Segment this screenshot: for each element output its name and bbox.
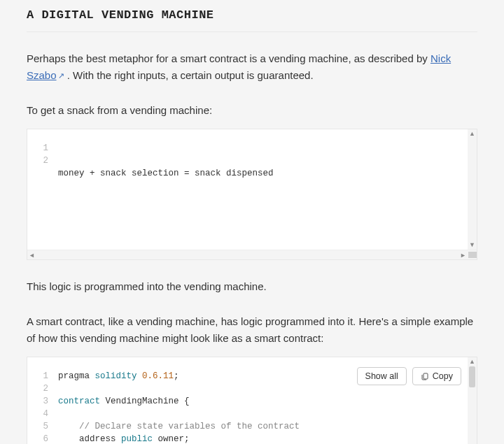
copy-button[interactable]: Copy: [412, 367, 461, 385]
scroll-right-icon[interactable]: ►: [458, 250, 468, 259]
section-heading: A DIGITAL VENDING MACHINE: [27, 6, 477, 32]
intro-text-2: . With the right inputs, a certain outpu…: [64, 69, 314, 81]
scroll-thumb[interactable]: [468, 252, 477, 258]
line-gutter: 1 2 3 4 5 6 7 8: [27, 370, 58, 444]
paragraph-2: To get a snack from a vending machine:: [27, 102, 477, 119]
scroll-down-icon[interactable]: ▼: [468, 241, 477, 250]
intro-paragraph: Perhaps the best metaphor for a smart co…: [27, 50, 477, 84]
line-gutter: 1 2: [27, 142, 58, 243]
scroll-thumb[interactable]: [469, 366, 475, 387]
code-toolbar: Show all Copy: [357, 367, 461, 385]
horizontal-scrollbar[interactable]: ◄ ►: [27, 250, 477, 259]
intro-text-1: Perhaps the best metaphor for a smart co…: [27, 52, 430, 64]
external-link-icon: ↗: [58, 70, 64, 83]
paragraph-3: This logic is programmed into the vendin…: [27, 278, 477, 295]
clipboard-icon: [421, 372, 429, 380]
code-block-2: Show all Copy 1 2 3 4 5 6 7 8 pragma sol…: [27, 357, 477, 444]
vertical-scrollbar[interactable]: ▲ ▼: [468, 357, 477, 444]
scroll-up-icon[interactable]: ▲: [468, 357, 477, 366]
code-lines: money + snack selection = snack dispense…: [58, 142, 477, 243]
paragraph-4: A smart contract, like a vending machine…: [27, 313, 477, 347]
scroll-left-icon[interactable]: ◄: [27, 250, 36, 259]
show-all-button[interactable]: Show all: [357, 367, 407, 385]
scroll-up-icon[interactable]: ▲: [468, 129, 477, 138]
code-block-1: 1 2 money + snack selection = snack disp…: [27, 129, 477, 260]
article-content: A DIGITAL VENDING MACHINE Perhaps the be…: [0, 6, 504, 444]
svg-rect-0: [424, 373, 428, 379]
vertical-scrollbar[interactable]: ▲ ▼: [468, 129, 477, 250]
